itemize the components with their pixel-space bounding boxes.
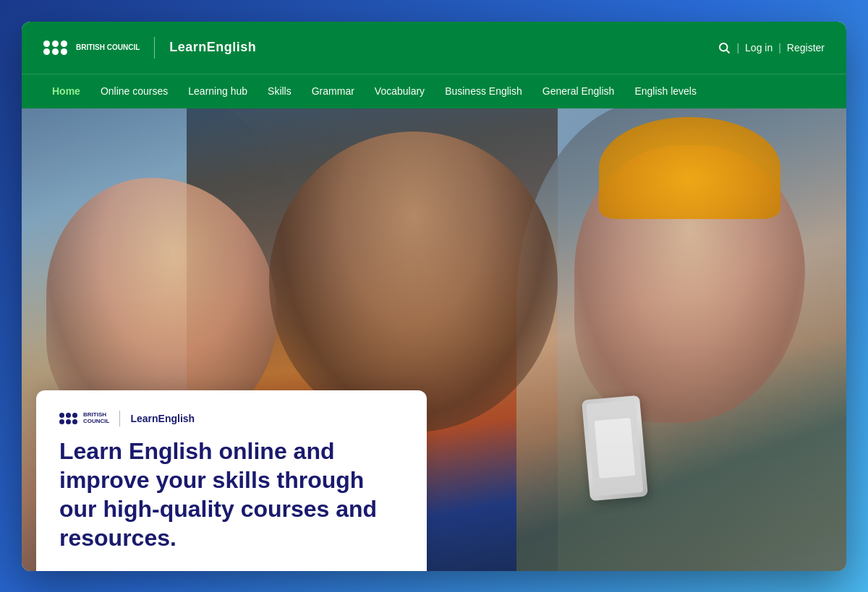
nav-item-vocabulary[interactable]: Vocabulary bbox=[366, 74, 433, 108]
hero-card-logo: BRITISHCOUNCIL LearnEnglish bbox=[59, 411, 401, 426]
nav-item-business-english[interactable]: Business English bbox=[436, 74, 531, 108]
separator-2: | bbox=[778, 42, 781, 53]
nav-item-general-english[interactable]: General English bbox=[534, 74, 624, 108]
browser-window: BRITISH COUNCIL LearnEnglish | Log in | … bbox=[22, 22, 846, 571]
nav-item-home[interactable]: Home bbox=[43, 74, 89, 108]
svg-point-0 bbox=[720, 43, 728, 51]
nav-bar: Home Online courses Learning hub Skills … bbox=[22, 74, 846, 108]
hero-card: BRITISHCOUNCIL LearnEnglish Learn Englis… bbox=[36, 390, 427, 571]
logo-divider bbox=[154, 37, 155, 59]
login-link[interactable]: Log in bbox=[745, 42, 773, 53]
top-bar-right: | Log in | Register bbox=[718, 41, 825, 54]
separator-1: | bbox=[736, 42, 739, 53]
nav-item-learning-hub[interactable]: Learning hub bbox=[179, 74, 256, 108]
svg-line-1 bbox=[727, 50, 730, 53]
nav-item-grammar[interactable]: Grammar bbox=[303, 74, 363, 108]
hero-section: BRITISHCOUNCIL LearnEnglish Learn Englis… bbox=[22, 108, 846, 571]
site-title: LearnEnglish bbox=[169, 40, 256, 55]
hero-card-org: BRITISHCOUNCIL bbox=[83, 412, 109, 425]
nav-item-english-levels[interactable]: English levels bbox=[626, 74, 705, 108]
hero-card-site-title: LearnEnglish bbox=[130, 413, 195, 424]
yellow-hat bbox=[599, 117, 780, 219]
org-name: BRITISH COUNCIL bbox=[76, 43, 140, 51]
logo-area: BRITISH COUNCIL LearnEnglish bbox=[43, 37, 256, 59]
register-link[interactable]: Register bbox=[787, 42, 825, 53]
hero-card-title: Learn English online and improve your sk… bbox=[59, 437, 401, 552]
top-bar: BRITISH COUNCIL LearnEnglish | Log in | … bbox=[22, 22, 846, 74]
hero-card-divider bbox=[119, 411, 120, 426]
search-icon[interactable] bbox=[718, 41, 731, 54]
nav-item-skills[interactable]: Skills bbox=[259, 74, 300, 108]
nav-item-online-courses[interactable]: Online courses bbox=[92, 74, 176, 108]
hero-card-bc-logo-icon bbox=[59, 413, 77, 424]
bc-logo-icon bbox=[43, 40, 67, 55]
